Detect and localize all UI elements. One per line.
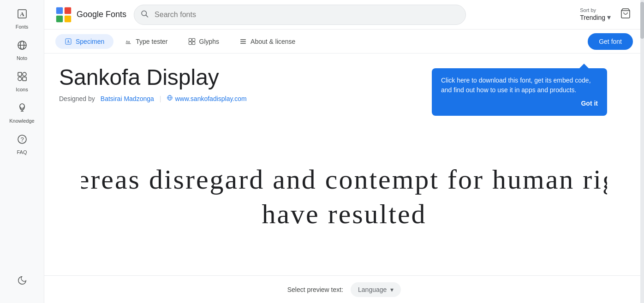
tooltip-got-it[interactable]: Got it <box>441 99 598 108</box>
svg-rect-17 <box>65 15 71 22</box>
svg-text:Whereas disregard and contempt: Whereas disregard and contempt for human… <box>81 164 607 195</box>
sidebar-item-faq[interactable]: ? FAQ <box>4 129 41 160</box>
svg-rect-7 <box>18 77 22 81</box>
sidebar-item-fonts-label: Fonts <box>16 24 29 30</box>
google-logo <box>55 6 72 23</box>
sidebar-item-icons[interactable]: Icons <box>4 66 41 97</box>
scrollbar[interactable] <box>640 0 644 303</box>
svg-point-9 <box>20 104 24 108</box>
svg-text:Aa: Aa <box>126 39 131 43</box>
cart-button[interactable] <box>618 6 633 24</box>
designer-link[interactable]: Batsirai Madzonga <box>101 95 154 102</box>
noto-icon <box>17 40 28 53</box>
svg-text:A: A <box>20 11 24 18</box>
svg-rect-16 <box>56 15 63 22</box>
about-icon <box>239 38 247 45</box>
tab-glyphs-label: Glyphs <box>199 38 220 45</box>
fonts-icon: A <box>17 8 28 22</box>
svg-text:have resulted: have resulted <box>262 199 426 229</box>
cart-icon <box>620 8 631 19</box>
tab-glyphs[interactable]: Glyphs <box>179 34 229 49</box>
website-link-wrap: www.sankofadisplay.com <box>167 95 246 102</box>
sort-by-label: Sort by <box>580 7 596 13</box>
scrollbar-thumb[interactable] <box>640 2 644 39</box>
main-content: Google Fonts Sort by Trending ▾ <box>44 0 644 303</box>
tabs-right: Get font <box>588 33 633 50</box>
svg-rect-8 <box>23 77 26 81</box>
tab-type-tester-label: Type tester <box>136 38 167 45</box>
svg-rect-27 <box>189 42 191 44</box>
tab-about[interactable]: About & license <box>230 34 304 49</box>
tab-about-label: About & license <box>250 38 295 45</box>
svg-rect-25 <box>189 38 191 41</box>
search-icon <box>140 9 149 20</box>
logo-link[interactable]: Google Fonts <box>55 6 126 23</box>
separator: | <box>160 95 161 102</box>
svg-rect-14 <box>56 7 63 13</box>
sidebar-item-fonts[interactable]: A Fonts <box>4 4 41 34</box>
icons-icon <box>17 71 28 85</box>
language-placeholder: Language <box>358 286 387 293</box>
tabs-bar: A Specimen Aa Type tester Glyphs <box>44 30 644 53</box>
search-bar[interactable] <box>134 5 466 25</box>
svg-rect-15 <box>65 7 71 13</box>
sidebar-bottom <box>4 271 41 303</box>
type-tester-icon: Aa <box>125 38 132 45</box>
tab-specimen-label: Specimen <box>76 38 104 45</box>
preview-area: Whereas disregard and contempt for human… <box>44 108 644 275</box>
svg-rect-30 <box>240 41 246 42</box>
sort-chevron-icon: ▾ <box>607 13 611 22</box>
sort-value-wrap: Trending ▾ <box>580 13 611 22</box>
globe-icon <box>167 95 173 102</box>
sidebar-item-noto-label: Noto <box>17 55 27 61</box>
tab-specimen[interactable]: A Specimen <box>55 34 113 49</box>
tooltip-text: Click here to download this font, get it… <box>441 77 591 94</box>
sidebar-item-knowledge-label: Knowledge <box>9 118 34 124</box>
sidebar-item-noto[interactable]: Noto <box>4 35 41 65</box>
svg-rect-31 <box>240 43 246 43</box>
designed-by-label: Designed by <box>59 95 95 102</box>
tab-type-tester[interactable]: Aa Type tester <box>115 34 177 49</box>
glyphs-icon <box>188 38 196 45</box>
sidebar-item-faq-label: FAQ <box>17 149 27 155</box>
font-preview: Whereas disregard and contempt for human… <box>59 145 629 239</box>
svg-rect-29 <box>240 39 246 40</box>
svg-rect-26 <box>192 38 195 41</box>
search-input[interactable] <box>134 5 466 25</box>
knowledge-icon <box>17 102 28 116</box>
sidebar: A Fonts Noto Icons <box>0 0 44 303</box>
faq-icon: ? <box>17 134 28 148</box>
preview-svg: Whereas disregard and contempt for human… <box>81 145 607 237</box>
svg-rect-5 <box>18 72 22 76</box>
sidebar-item-knowledge[interactable]: Knowledge <box>4 98 41 128</box>
specimen-icon: A <box>65 38 72 45</box>
svg-rect-28 <box>192 42 195 44</box>
tooltip: Click here to download this font, get it… <box>432 68 607 116</box>
language-select[interactable]: Language ▾ <box>351 282 401 297</box>
header-right: Sort by Trending ▾ <box>580 6 633 24</box>
language-dropdown-icon: ▾ <box>390 286 394 293</box>
sidebar-item-darkmode[interactable] <box>4 271 41 295</box>
sort-value: Trending <box>580 14 605 21</box>
svg-text:A: A <box>67 40 70 44</box>
logo-text: Google Fonts <box>77 10 126 19</box>
sidebar-item-icons-label: Icons <box>16 87 28 92</box>
website-url[interactable]: www.sankofadisplay.com <box>175 95 246 102</box>
get-font-button[interactable]: Get font <box>588 33 633 50</box>
svg-rect-6 <box>23 72 26 76</box>
svg-text:?: ? <box>20 136 24 143</box>
header: Google Fonts Sort by Trending ▾ <box>44 0 644 30</box>
svg-line-19 <box>146 15 148 17</box>
dark-mode-icon <box>17 275 27 288</box>
preview-text-label: Select preview text: <box>287 286 343 293</box>
sort-by-dropdown[interactable]: Sort by Trending ▾ <box>580 7 611 22</box>
bottom-bar: Select preview text: Language ▾ <box>44 275 644 303</box>
